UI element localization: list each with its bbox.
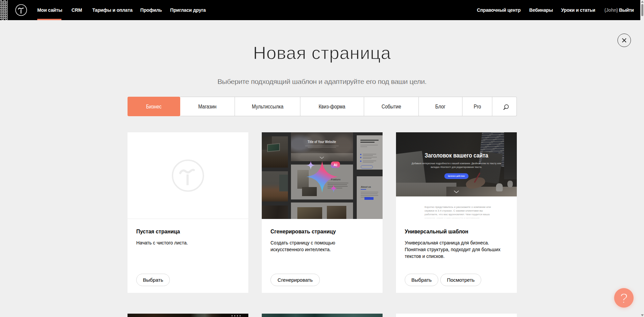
svg-text:AI: AI [334,163,337,167]
